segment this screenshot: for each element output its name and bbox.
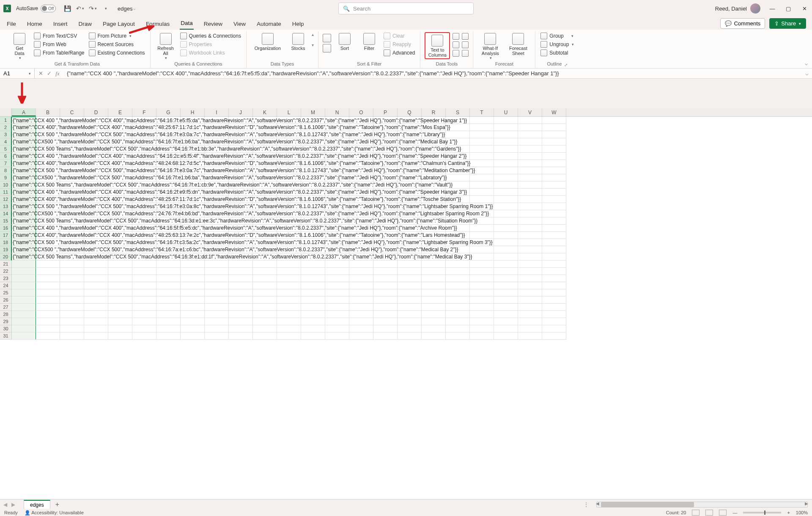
cell[interactable] [373,296,398,304]
cell[interactable] [542,189,566,196]
cell[interactable] [542,153,566,160]
cell[interactable] [349,268,373,275]
cell[interactable]: {"name":"CCX 500 Teams","hardwareModel":… [12,181,36,189]
cell[interactable] [229,304,253,311]
cell[interactable] [542,275,566,282]
horizontal-scrollbar[interactable]: ◀ ▶ [596,502,808,508]
cell[interactable] [156,332,181,340]
cell[interactable] [542,261,566,268]
column-header[interactable]: O [349,108,373,116]
text-to-columns-button[interactable]: Text to Columns [426,34,448,58]
cell[interactable] [494,325,518,332]
tab-automate[interactable]: Automate [256,19,282,30]
share-button[interactable]: ⇪ Share▾ [769,18,806,29]
cell[interactable] [542,225,566,232]
cell[interactable] [12,311,36,318]
cell[interactable] [325,311,349,318]
cell[interactable] [542,174,566,181]
cell[interactable] [132,296,156,304]
cell[interactable]: {"name":"CCX 400","hardwareModel":"CCX 4… [12,196,36,203]
cell[interactable] [181,318,205,325]
get-data-button[interactable]: Get Data▾ [8,32,30,60]
cell[interactable] [277,325,301,332]
row-header[interactable]: 14 [0,210,12,217]
cell[interactable] [181,325,205,332]
row-header[interactable]: 8 [0,167,12,174]
sheet-tab[interactable]: edges [24,500,50,509]
cell[interactable] [84,268,108,275]
cell[interactable] [60,289,84,296]
cell[interactable] [542,196,566,203]
cell[interactable] [470,117,494,124]
cell[interactable] [542,332,566,340]
cell[interactable] [518,131,542,138]
document-name[interactable]: edges⌵ [118,5,135,12]
filter-button[interactable]: Filter [358,32,380,51]
cell[interactable] [301,332,325,340]
column-header[interactable]: C [60,108,84,116]
zoom-thumb[interactable] [764,511,765,515]
cell[interactable] [518,289,542,296]
cell[interactable] [325,332,349,340]
cell[interactable] [494,239,518,246]
cell[interactable] [542,160,566,167]
cell[interactable] [518,246,542,253]
cell[interactable] [12,318,36,325]
cell[interactable] [229,275,253,282]
cell[interactable] [446,289,470,296]
cell[interactable] [518,268,542,275]
cell[interactable] [518,181,542,189]
cell[interactable] [108,304,132,311]
cell[interactable]: {"name":"CCX500 ","hardwareModel":"CCX 5… [12,210,36,217]
remove-duplicates-icon[interactable] [453,41,459,48]
cell[interactable] [470,153,494,160]
cell[interactable] [398,261,422,268]
row-header[interactable]: 30 [0,325,12,332]
cell[interactable] [156,275,181,282]
row-header[interactable]: 12 [0,196,12,203]
cell[interactable] [470,181,494,189]
column-header[interactable]: A [12,108,36,116]
cell[interactable] [470,268,494,275]
cell[interactable] [12,304,36,311]
cell[interactable] [253,275,277,282]
cell[interactable] [229,268,253,275]
cell[interactable] [422,318,446,325]
cell[interactable] [181,275,205,282]
status-accessibility[interactable]: 👤 Accessibility: Unavailable [25,510,84,516]
cell[interactable] [349,332,373,340]
tab-help[interactable]: Help [291,19,305,30]
cell[interactable] [205,304,229,311]
cell[interactable] [156,325,181,332]
cell[interactable] [494,117,518,124]
cell[interactable] [518,275,542,282]
what-if-analysis-button[interactable]: What-If Analysis▾ [477,32,503,60]
cell[interactable] [156,311,181,318]
relationships-icon[interactable] [462,41,469,48]
row-header[interactable]: 20 [0,253,12,261]
cell[interactable] [494,124,518,131]
row-header[interactable]: 10 [0,181,12,189]
cell[interactable] [422,325,446,332]
group-button[interactable]: Group ▾ [540,32,575,40]
cell[interactable] [36,275,60,282]
cell[interactable] [373,318,398,325]
cell[interactable] [542,131,566,138]
scroll-up-icon[interactable]: ▴ [312,32,314,37]
cell[interactable] [494,203,518,210]
cell[interactable] [542,325,566,332]
cell[interactable] [181,304,205,311]
minimize-icon[interactable]: — [768,4,776,13]
advanced-button[interactable]: Advanced [383,49,416,57]
cell[interactable] [205,332,229,340]
cell[interactable]: {"name":"CCX 400 ","hardwareModel":"CCX … [12,225,36,232]
cell[interactable] [181,282,205,289]
column-header[interactable]: S [446,108,470,116]
cell[interactable] [84,311,108,318]
ribbon-collapse-icon[interactable]: ⌵ [805,60,808,66]
cell[interactable] [518,124,542,131]
cell[interactable] [470,145,494,153]
cell[interactable] [301,275,325,282]
cell[interactable] [205,296,229,304]
cell[interactable] [446,131,470,138]
